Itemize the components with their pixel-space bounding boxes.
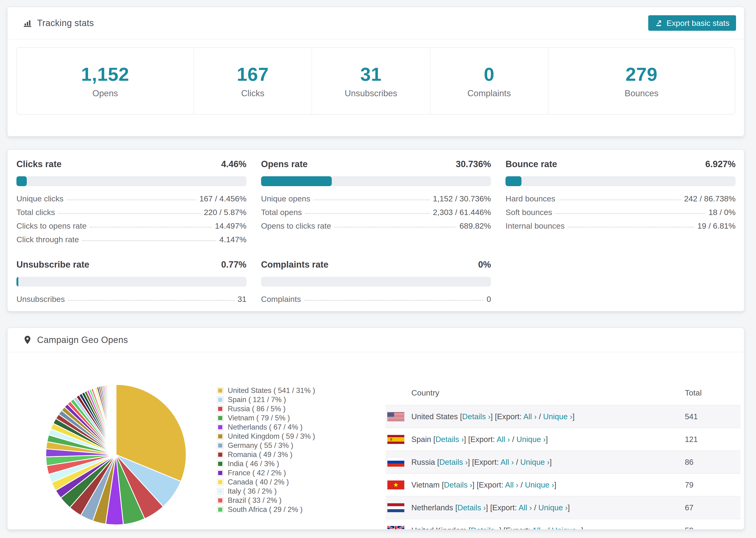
export-all-link[interactable]: All ›: [501, 458, 514, 466]
summary-stat-cell: 167 Clicks: [194, 48, 312, 114]
stat-label: Complaints: [467, 88, 511, 98]
country-name: Vietnam: [411, 480, 440, 489]
rate-stat-value: 31: [238, 295, 246, 304]
total-cell: 67: [685, 503, 693, 512]
details-link[interactable]: Details ›: [444, 480, 472, 489]
rate-title: Opens rate: [261, 159, 308, 169]
legend-item[interactable]: India ( 46 / 3% ): [217, 460, 315, 467]
tracking-stats-card: Tracking stats Export basic stats 1,152 …: [7, 7, 744, 136]
dotted-leader: [68, 300, 234, 301]
country-name: Netherlands: [411, 503, 453, 512]
export-unique-link[interactable]: Unique ›: [543, 412, 572, 421]
export-unique-link[interactable]: Unique ›: [525, 480, 554, 489]
geo-pie-chart[interactable]: United StatesSpainRussiaVietnamNetherlan…: [45, 384, 187, 525]
dotted-leader: [556, 213, 705, 214]
rate-stat-label: Internal bounces: [506, 221, 565, 231]
rate-stat-value: 14.497%: [215, 221, 246, 231]
legend-label: Italy ( 36 / 2% ): [228, 487, 277, 496]
rate-progress-fill: [506, 176, 521, 186]
details-link[interactable]: Details ›: [462, 412, 490, 421]
rates-grid: Clicks rate 4.46% Unique clicks 167 / 4.…: [17, 159, 735, 302]
legend-item[interactable]: Vietnam ( 79 / 5% ): [217, 414, 315, 421]
legend-item[interactable]: Spain ( 121 / 7% ): [217, 396, 315, 403]
stat-value: 167: [237, 64, 269, 85]
legend-label: Romania ( 49 / 3% ): [228, 451, 293, 459]
legend-label: India ( 46 / 3% ): [228, 459, 279, 468]
legend-item[interactable]: France ( 42 / 2% ): [217, 469, 315, 476]
flag-nl-icon: [387, 503, 404, 512]
legend-swatch: [217, 442, 224, 449]
table-row: Spain [Details ›] [Export: All › / Uniqu…: [386, 428, 740, 451]
export-basic-stats-button[interactable]: Export basic stats: [648, 15, 736, 31]
rate-title: Unsubscribe rate: [17, 260, 89, 270]
legend-item[interactable]: Canada ( 40 / 2% ): [217, 479, 315, 485]
export-unique-link[interactable]: Unique ›: [520, 458, 550, 466]
campaign-stats-page: { "accent_color": "#1b8b9f", "tracking_s…: [0, 0, 756, 538]
details-link[interactable]: Details ›: [436, 435, 464, 444]
rate-value: 0%: [478, 260, 491, 270]
summary-stat-cell: 1,152 Opens: [17, 48, 194, 114]
flag-ru-icon: [387, 457, 404, 467]
table-row: United Kingdom [Details ›] [Export: All …: [386, 519, 740, 530]
export-all-link[interactable]: All ›: [532, 526, 545, 530]
export-all-link[interactable]: All ›: [497, 435, 510, 444]
rate-progress-bar: [261, 277, 491, 287]
details-link[interactable]: Details ›: [439, 458, 468, 466]
rate-stat-value: 1,152 / 30.736%: [433, 194, 491, 203]
details-link[interactable]: Details ›: [458, 503, 486, 512]
summary-stats-box: 1,152 Opens 167 Clicks 31 Unsubscribes 0…: [17, 47, 735, 115]
legend-swatch: [217, 497, 224, 504]
rate-stat-row: Total clicks 220 / 5.87%: [17, 208, 246, 215]
legend-item[interactable]: Romania ( 49 / 3% ): [217, 451, 315, 458]
tracking-stats-header: Tracking stats Export basic stats: [8, 7, 744, 39]
rate-progress-fill: [261, 176, 332, 186]
rate-stat-value: 0: [486, 295, 491, 304]
export-unique-link[interactable]: Unique ›: [538, 503, 568, 512]
rate-value: 0.77%: [221, 260, 246, 270]
rate-block: Opens rate 30.736% Unique opens 1,152 / …: [261, 159, 491, 243]
export-all-link[interactable]: All ›: [519, 503, 532, 512]
rate-value: 6.927%: [705, 159, 735, 169]
legend-label: Canada ( 40 / 2% ): [228, 478, 289, 486]
country-cell: United Kingdom [Details ›] [Export: All …: [411, 526, 583, 530]
legend-swatch: [217, 506, 224, 513]
stat-value: 279: [625, 64, 657, 85]
dotted-leader: [559, 199, 681, 200]
legend-item[interactable]: Russia ( 86 / 5% ): [217, 405, 315, 412]
legend-item[interactable]: South Africa ( 29 / 2% ): [217, 506, 315, 513]
geo-header: Campaign Geo Opens: [8, 328, 744, 352]
legend-label: Germany ( 55 / 3% ): [228, 441, 293, 450]
table-row: Netherlands [Details ›] [Export: All › /…: [386, 496, 740, 519]
legend-label: France ( 42 / 2% ): [228, 469, 286, 477]
rate-stat-label: Total clicks: [17, 208, 55, 217]
geo-table: Country Total United States [Details ›] …: [386, 381, 740, 530]
rate-stat-row: Unique opens 1,152 / 30.736%: [261, 194, 491, 202]
column-header-country: Country: [411, 388, 439, 398]
bar-chart-icon: [23, 18, 32, 28]
export-all-link[interactable]: All ›: [523, 412, 537, 421]
details-link[interactable]: Details ›: [471, 526, 499, 530]
rates-card: Clicks rate 4.46% Unique clicks 167 / 4.…: [7, 149, 744, 311]
rate-stat-label: Click through rate: [17, 235, 79, 244]
dotted-leader: [67, 199, 196, 200]
legend-label: Vietnam ( 79 / 5% ): [228, 414, 290, 422]
map-pin-icon: [23, 335, 32, 345]
rate-progress-fill: [17, 277, 18, 287]
export-all-link[interactable]: All ›: [505, 480, 518, 489]
rate-progress-bar: [17, 176, 246, 186]
legend-item[interactable]: Italy ( 36 / 2% ): [217, 488, 315, 495]
legend-item[interactable]: United States ( 541 / 31% ): [217, 387, 315, 394]
dotted-leader: [82, 241, 216, 241]
legend-item[interactable]: Germany ( 55 / 3% ): [217, 442, 315, 449]
export-unique-link[interactable]: Unique ›: [516, 435, 546, 444]
rate-stat-label: Unique opens: [261, 194, 310, 203]
country-cell: Netherlands [Details ›] [Export: All › /…: [411, 503, 570, 512]
rate-stat-label: Unsubscribes: [17, 295, 65, 304]
export-unique-link[interactable]: Unique ›: [552, 526, 581, 530]
rate-stat-value: 242 / 86.738%: [684, 194, 735, 203]
stat-label: Opens: [92, 88, 118, 98]
rate-stat-label: Hard bounces: [506, 194, 555, 203]
legend-item[interactable]: Netherlands ( 67 / 4% ): [217, 424, 315, 430]
legend-item[interactable]: Brazil ( 33 / 2% ): [217, 497, 315, 504]
legend-item[interactable]: United Kingdom ( 59 / 3% ): [217, 433, 315, 440]
